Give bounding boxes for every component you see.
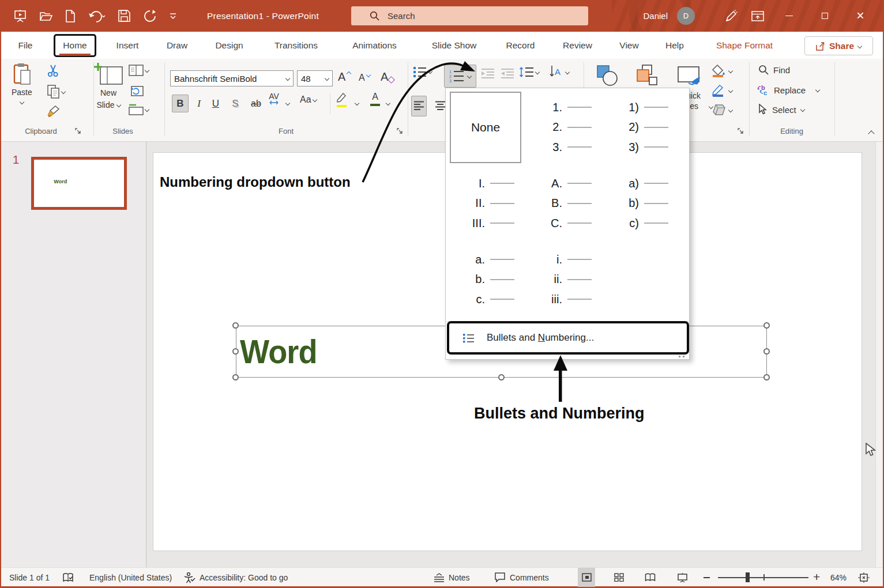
find-button[interactable]: Find bbox=[758, 65, 790, 75]
fit-slide-to-window-button[interactable] bbox=[858, 568, 870, 587]
numbering-dropdown-button[interactable]: 1 2 3 bbox=[444, 65, 476, 88]
maximize-button[interactable] bbox=[807, 0, 842, 32]
tab-design[interactable]: Design bbox=[212, 32, 246, 59]
shape-effects-button[interactable] bbox=[712, 104, 725, 116]
slide-sorter-view-button[interactable] bbox=[610, 568, 627, 587]
font-dialog-launcher[interactable] bbox=[397, 128, 404, 135]
tab-help[interactable]: Help bbox=[663, 32, 687, 59]
slide-thumbnail[interactable]: Word bbox=[31, 157, 127, 210]
tab-shape-format[interactable]: Shape Format bbox=[709, 32, 780, 59]
clear-formatting-button[interactable]: A bbox=[381, 70, 394, 84]
accessibility-checker[interactable]: Accessibility: Good to go bbox=[183, 568, 288, 587]
numbering-option-alpha-lower[interactable]: a. b. c. bbox=[458, 250, 530, 310]
customize-quick-access-button[interactable] bbox=[170, 13, 176, 20]
dropdown-resize-grip[interactable] bbox=[679, 356, 684, 357]
text-shadow-button[interactable]: S bbox=[228, 95, 242, 112]
spacing-chevron-icon[interactable] bbox=[285, 101, 290, 105]
zoom-level[interactable]: 64% bbox=[830, 568, 847, 587]
tab-record[interactable]: Record bbox=[502, 32, 539, 59]
share-button[interactable]: Share bbox=[804, 36, 873, 55]
select-button[interactable]: Select bbox=[758, 104, 804, 115]
tab-animations[interactable]: Animations bbox=[345, 32, 404, 59]
text-highlight-button[interactable] bbox=[336, 92, 347, 107]
numbering-option-1-paren[interactable]: 1) 2) 3) bbox=[612, 97, 684, 157]
selection-handle-bottom-left[interactable] bbox=[232, 374, 239, 380]
paste-button[interactable]: Paste bbox=[12, 63, 32, 104]
numbering-option-1-period[interactable]: 1. 2. 3. bbox=[536, 97, 607, 157]
selection-handle-middle-left[interactable] bbox=[232, 348, 239, 355]
font-size-combobox[interactable]: 48 bbox=[297, 70, 333, 86]
selection-handle-top-right[interactable] bbox=[763, 322, 770, 329]
italic-button[interactable]: I bbox=[193, 95, 205, 112]
layout-button[interactable] bbox=[129, 65, 149, 76]
slide-indicator[interactable]: Slide 1 of 1 bbox=[9, 568, 50, 587]
redo-button[interactable] bbox=[143, 9, 157, 23]
comments-button[interactable]: Comments bbox=[494, 568, 549, 587]
shape-outline-button[interactable] bbox=[712, 84, 725, 97]
shape-fill-chevron-icon[interactable] bbox=[728, 69, 733, 73]
font-name-combobox[interactable]: Bahnschrift SemiBold bbox=[170, 70, 294, 86]
tab-file[interactable]: File bbox=[15, 32, 36, 59]
numbering-option-roman-upper[interactable]: I. II. III. bbox=[458, 174, 530, 233]
zoom-slider-thumb[interactable] bbox=[746, 572, 750, 582]
change-case-button[interactable]: Aa bbox=[300, 95, 317, 105]
drawing-dialog-launcher[interactable] bbox=[738, 128, 745, 135]
shape-effects-chevron-icon[interactable] bbox=[728, 108, 733, 112]
numbering-option-none[interactable]: None bbox=[450, 92, 521, 163]
tab-home[interactable]: Home bbox=[63, 40, 86, 51]
slideshow-view-button[interactable] bbox=[674, 568, 691, 587]
bullets-and-numbering-menu-item[interactable]: Bullets and Numbering... bbox=[447, 321, 689, 355]
strikethrough-button[interactable]: ab bbox=[248, 95, 264, 112]
tab-transitions[interactable]: Transitions bbox=[269, 32, 323, 59]
font-color-chevron-icon[interactable] bbox=[386, 101, 390, 105]
zoom-out-button[interactable] bbox=[704, 568, 710, 587]
shape-fill-button[interactable] bbox=[712, 65, 725, 77]
tab-insert[interactable]: Insert bbox=[114, 32, 141, 59]
format-painter-button[interactable] bbox=[47, 105, 61, 118]
bullets-button[interactable] bbox=[413, 66, 432, 77]
cut-button[interactable] bbox=[47, 65, 59, 77]
reading-view-button[interactable] bbox=[641, 568, 659, 587]
notes-button[interactable]: Notes bbox=[434, 568, 470, 587]
feedback-button[interactable] bbox=[718, 0, 744, 32]
copy-button[interactable] bbox=[47, 85, 65, 99]
numbering-option-alpha-upper[interactable]: A. B. C. bbox=[536, 174, 607, 233]
reset-slide-button[interactable] bbox=[129, 84, 144, 97]
vertical-scrollbar[interactable] bbox=[875, 142, 883, 567]
replace-button[interactable]: b c Replace bbox=[757, 84, 819, 96]
selection-handle-bottom-right[interactable] bbox=[763, 374, 770, 380]
normal-view-button[interactable] bbox=[578, 568, 595, 587]
underline-button[interactable]: U bbox=[209, 95, 223, 112]
spell-check-button[interactable] bbox=[62, 568, 74, 587]
align-left-button[interactable] bbox=[411, 96, 427, 116]
decrease-indent-button[interactable] bbox=[481, 68, 495, 78]
new-slide-button[interactable]: New Slide bbox=[93, 62, 123, 110]
user-name[interactable]: Daniel bbox=[643, 11, 668, 21]
line-spacing-button[interactable] bbox=[519, 66, 539, 78]
shape-outline-chevron-icon[interactable] bbox=[728, 88, 733, 93]
search-box[interactable]: Search bbox=[351, 6, 588, 25]
ribbon-display-options-button[interactable] bbox=[744, 0, 771, 32]
shapes-button[interactable] bbox=[595, 65, 618, 86]
arrange-button[interactable] bbox=[635, 65, 659, 86]
text-direction-button[interactable]: A bbox=[549, 65, 569, 80]
section-button[interactable] bbox=[129, 104, 149, 115]
collapse-ribbon-icon[interactable] bbox=[868, 130, 874, 137]
start-slideshow-button[interactable] bbox=[14, 9, 27, 23]
decrease-font-size-button[interactable]: A bbox=[359, 73, 370, 83]
clipboard-dialog-launcher[interactable] bbox=[75, 128, 82, 135]
highlight-chevron-icon[interactable] bbox=[355, 101, 359, 105]
character-spacing-button[interactable]: AV bbox=[268, 92, 280, 105]
selection-handle-middle-right[interactable] bbox=[763, 348, 770, 355]
language-indicator[interactable]: English (United States) bbox=[89, 568, 172, 587]
close-button[interactable]: × bbox=[842, 0, 878, 32]
selection-handle-top-left[interactable] bbox=[232, 322, 239, 329]
new-file-button[interactable] bbox=[65, 10, 76, 22]
undo-button[interactable] bbox=[88, 9, 106, 23]
bold-button[interactable]: B bbox=[172, 95, 189, 112]
selection-handle-bottom-middle[interactable] bbox=[498, 374, 505, 380]
minimize-button[interactable] bbox=[771, 0, 807, 32]
tab-view[interactable]: View bbox=[618, 32, 641, 59]
numbering-option-alpha-paren[interactable]: a) b) c) bbox=[612, 174, 684, 233]
tab-review[interactable]: Review bbox=[559, 32, 596, 59]
